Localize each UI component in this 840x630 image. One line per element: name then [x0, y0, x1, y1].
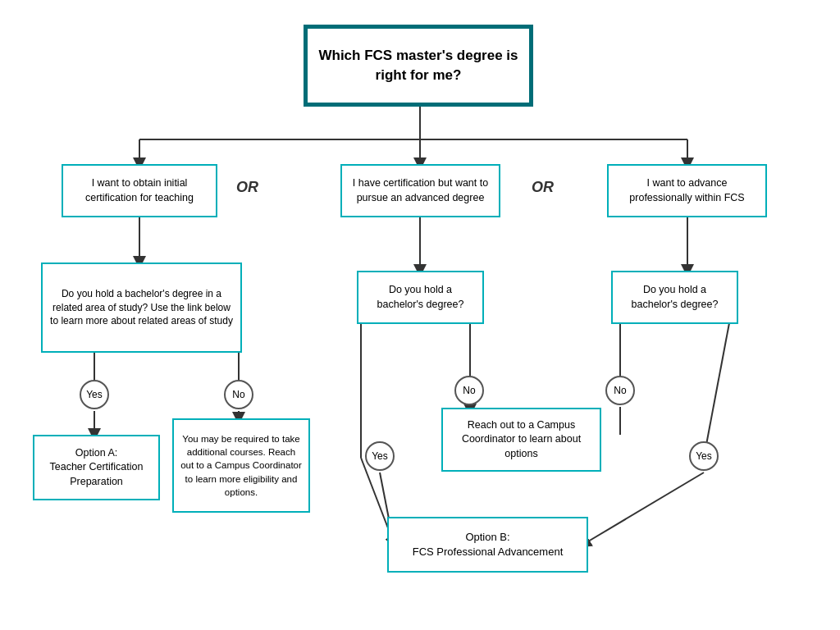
no2-text: No: [463, 385, 475, 396]
yes3-text: Yes: [696, 450, 712, 462]
right-q-text: Do you hold a bachelor's degree?: [619, 283, 730, 312]
left-goal-box: I want to obtain initial certification f…: [62, 164, 217, 217]
option-b-text: Option B: FCS Professional Advancement: [413, 530, 564, 559]
yes1-circle: Yes: [80, 380, 109, 409]
left-no-text: You may be required to take additional c…: [180, 432, 302, 498]
right-goal-text: I want to advance professionally within …: [615, 176, 759, 205]
center-no-text: Reach out to a Campus Coordinator to lea…: [450, 418, 593, 462]
no2-circle: No: [454, 376, 484, 405]
left-q-box: Do you hold a bachelor's degree in a rel…: [41, 262, 242, 353]
no3-text: No: [614, 385, 626, 396]
center-goal-text: I have certification but want to pursue …: [349, 176, 492, 205]
svg-line-21: [584, 472, 704, 544]
no3-circle: No: [605, 376, 635, 405]
or-label-1: OR: [236, 179, 258, 196]
option-a-box: Option A: Teacher Certification Preparat…: [33, 435, 160, 500]
center-goal-box: I have certification but want to pursue …: [340, 164, 500, 217]
title-box: Which FCS master's degree is right for m…: [304, 25, 533, 107]
flowchart-container: Which FCS master's degree is right for m…: [0, 0, 840, 630]
left-goal-text: I want to obtain initial certification f…: [70, 176, 209, 205]
right-goal-box: I want to advance professionally within …: [607, 164, 767, 217]
left-no-box: You may be required to take additional c…: [172, 418, 310, 513]
yes2-circle: Yes: [365, 441, 395, 471]
right-q-box: Do you hold a bachelor's degree?: [611, 271, 738, 324]
option-a-text: Option A: Teacher Certification Preparat…: [41, 446, 152, 490]
yes2-text: Yes: [372, 450, 388, 462]
center-no-box: Reach out to a Campus Coordinator to lea…: [441, 408, 601, 472]
center-q-text: Do you hold a bachelor's degree?: [365, 283, 476, 312]
no1-text: No: [232, 389, 244, 400]
yes1-text: Yes: [86, 389, 103, 400]
option-b-box: Option B: FCS Professional Advancement: [387, 517, 588, 573]
or-label-2: OR: [532, 179, 554, 196]
yes3-circle: Yes: [689, 441, 719, 471]
left-q-text: Do you hold a bachelor's degree in a rel…: [49, 287, 234, 328]
center-q-box: Do you hold a bachelor's degree?: [357, 271, 484, 324]
no1-circle: No: [224, 380, 253, 409]
title-text: Which FCS master's degree is right for m…: [314, 46, 523, 85]
